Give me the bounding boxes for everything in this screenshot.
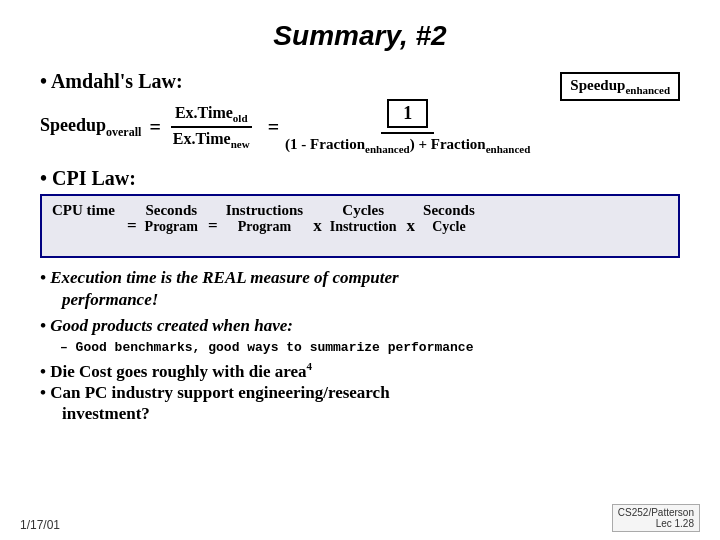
equals-sign: = [149, 116, 160, 139]
slide-title: Summary, #2 [40, 20, 680, 52]
cycles-label: Cycles [342, 202, 384, 219]
amdahl-bullet: • Amdahl's Law: [40, 70, 550, 93]
speedup-enhanced-box: Speedupenhanced [560, 72, 680, 101]
cpi-bullet: • CPI Law: [40, 167, 136, 190]
cpi-eq1: = [119, 202, 145, 250]
cpi-table: CPU time _ = Seconds Program = Instructi… [40, 194, 680, 258]
cpu-time-label: CPU time [52, 202, 115, 219]
investment-line: investment? [62, 404, 680, 424]
equals-sign2: = [268, 116, 279, 139]
footer-date: 1/17/01 [20, 518, 60, 532]
speedup-label: Speedupoverall [40, 115, 141, 140]
performance-line: performance! [62, 290, 680, 310]
cycle-label: Cycle [432, 219, 465, 235]
program2-label: Program [238, 219, 291, 235]
seconds2-label: Seconds [423, 202, 475, 219]
instructions-label: Instructions [226, 202, 304, 219]
cpi-eq2: = [200, 202, 226, 250]
dash-item: – Good benchmarks, good ways to summariz… [60, 340, 680, 355]
die-cost-bullet: • Die Cost goes roughly with die area4 [40, 360, 680, 382]
cpi-x2: x [399, 202, 424, 250]
can-pc-bullet: • Can PC industry support engineering/re… [40, 383, 680, 403]
cpi-law-row: • CPI Law: [40, 167, 680, 190]
good-products-bullet: • Good products created when have: [40, 316, 680, 336]
program-label: Program [145, 219, 198, 235]
execution-bullet: • Execution time is the REAL measure of … [40, 268, 680, 288]
rhs-fraction: 1 (1 - Fractionenhanced) + Fractionenhan… [285, 99, 530, 155]
extime-fraction: Ex.Timeold Ex.Timenew [169, 104, 254, 150]
die-cost-sup: 4 [306, 360, 312, 372]
instruction-label: Instruction [330, 219, 397, 235]
amdahl-formula: Speedupoverall = Ex.Timeold Ex.Timenew = [40, 99, 550, 155]
footer-ref: CS252/Patterson Lec 1.28 [612, 504, 700, 532]
seconds-label: Seconds [145, 202, 197, 219]
cpi-x1: x [305, 202, 330, 250]
